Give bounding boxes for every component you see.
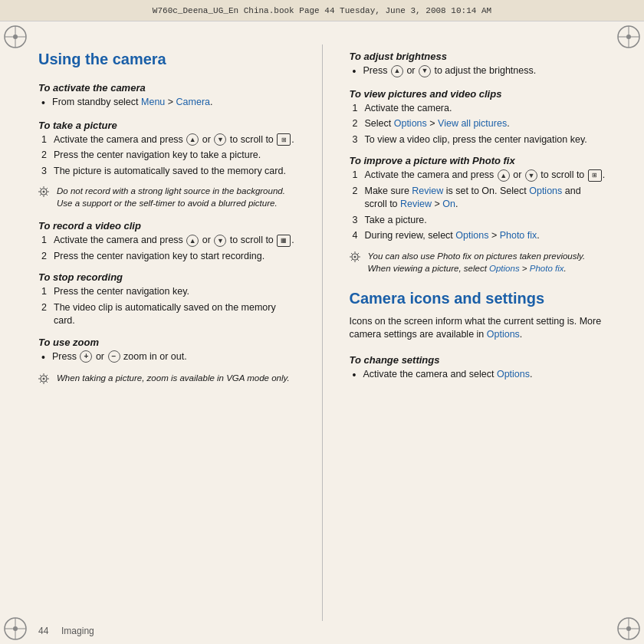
step-pf-1: 1 Activate the camera and press ▲ or ▼ t… (350, 169, 606, 182)
note-box-2: When taking a picture, zoom is available… (38, 372, 295, 386)
text-take-3: The picture is automatically saved to th… (54, 165, 286, 179)
num-pf3: 3 (353, 214, 365, 228)
svg-line-23 (46, 194, 48, 196)
text-record-2: Press the center navigation key to start… (54, 250, 264, 264)
subheading-view: To view pictures and video clips (350, 88, 606, 100)
svg-line-25 (40, 194, 41, 196)
text-view-2: Select Options > View all pictures. (365, 117, 510, 131)
text-stop-1: Press the center navigation key. (54, 285, 189, 299)
content-area: Using the camera To activate the camera … (0, 21, 644, 644)
num-s1: 1 (41, 285, 54, 299)
page-number: 44 (38, 626, 48, 636)
main-heading: Using the camera (38, 51, 295, 68)
num-v3: 3 (353, 133, 365, 147)
svg-point-37 (353, 255, 356, 258)
svg-line-22 (40, 188, 41, 189)
num-s2: 2 (41, 301, 54, 315)
text-take-2: Press the center navigation key to take … (54, 149, 261, 163)
step-pf-3: 3 Take a picture. (350, 214, 606, 228)
num-v2: 2 (353, 117, 365, 131)
num-1: 1 (41, 133, 54, 147)
step-take-1: 1 Activate the camera and press ▲ or ▼ t… (38, 133, 295, 147)
subheading-activate: To activate the camera (38, 82, 295, 94)
pf-up-icon: ▲ (498, 169, 510, 182)
step-record-2: 2 Press the center navigation key to sta… (38, 250, 295, 264)
bullet-dot-zoom: • (41, 350, 52, 366)
num-r2: 2 (41, 250, 54, 264)
scroll-up-icon-2: ▲ (186, 235, 199, 247)
step-pf-4: 4 During review, select Options > Photo … (350, 229, 606, 243)
note-sun-icon-3 (350, 251, 363, 264)
text-view-1: Activate the camera. (365, 102, 452, 116)
subheading-take-picture: To take a picture (38, 120, 295, 131)
column-divider (322, 44, 323, 621)
text-pf-2: Make sure Review is set to On. Select Op… (365, 185, 606, 212)
subheading-photofix: To improve a picture with Photo fix (350, 155, 606, 166)
note-text-3: You can also use Photo fix on pictures t… (368, 250, 606, 274)
svg-point-27 (43, 378, 45, 380)
note-sun-icon-2 (38, 373, 52, 386)
svg-line-35 (40, 382, 41, 383)
video-icon-small: ▦ (277, 235, 291, 247)
scroll-up-icon: ▲ (186, 133, 199, 146)
header-bar: W760c_Deena_UG_En China.book Page 44 Tue… (0, 0, 644, 21)
bullet-text-brightness: Press ▲ or ▼ to adjust the brightness. (363, 64, 537, 78)
camera-icons-body: Icons on the screen inform what the curr… (350, 315, 606, 342)
bullet-text-settings: Activate the camera and select Options. (363, 368, 533, 382)
note-text-2: When taking a picture, zoom is available… (57, 372, 290, 384)
subheading-zoom: To use zoom (38, 337, 295, 348)
scroll-down-icon: ▼ (214, 133, 226, 146)
svg-line-33 (46, 382, 48, 383)
bullet-activate: • From standby select Menu > Camera. (38, 96, 295, 111)
zoom-in-icon: + (80, 350, 92, 363)
header-text: W760c_Deena_UG_En China.book Page 44 Tue… (153, 6, 491, 15)
text-pf-1: Activate the camera and press ▲ or ▼ to … (365, 169, 606, 182)
text-take-1: Activate the camera and press ▲ or ▼ to … (54, 133, 294, 147)
right-column: To adjust brightness • Press ▲ or ▼ to a… (350, 44, 606, 621)
brightness-up-icon: ▲ (391, 65, 403, 77)
step-view-3: 3 To view a video clip, press the center… (350, 133, 606, 147)
note-text-1: Do not record with a strong light source… (57, 185, 295, 209)
text-pf-3: Take a picture. (365, 214, 427, 228)
subheading-record: To record a video clip (38, 220, 295, 232)
num-r1: 1 (41, 234, 54, 248)
bullet-brightness: • Press ▲ or ▼ to adjust the brightness. (350, 64, 606, 80)
bullet-dot: • (41, 96, 52, 111)
num-3: 3 (41, 165, 54, 179)
step-view-1: 1 Activate the camera. (350, 102, 606, 116)
svg-line-34 (46, 375, 48, 376)
page-footer: 44 Imaging (38, 626, 94, 636)
svg-line-24 (46, 188, 48, 189)
subheading-stop: To stop recording (38, 271, 295, 283)
note-sun-icon-1 (38, 186, 52, 199)
step-pf-2: 2 Make sure Review is set to On. Select … (350, 185, 606, 212)
bullet-text-activate: From standby select Menu > Camera. (52, 96, 213, 110)
step-record-1: 1 Activate the camera and press ▲ or ▼ t… (38, 234, 295, 248)
svg-line-43 (357, 259, 359, 261)
num-pf4: 4 (353, 229, 365, 243)
note-box-1: Do not record with a strong light source… (38, 185, 295, 209)
subheading-brightness: To adjust brightness (350, 51, 606, 62)
note-box-3: You can also use Photo fix on pictures t… (350, 250, 606, 274)
bullet-dot-settings: • (353, 368, 363, 383)
num-pf1: 1 (353, 169, 365, 182)
step-take-3: 3 The picture is automatically saved to … (38, 165, 295, 179)
text-view-3: To view a video clip, press the center n… (365, 133, 587, 147)
camera-icons-heading: Camera icons and settings (350, 290, 606, 307)
text-pf-4: During review, select Options > Photo fi… (365, 229, 540, 243)
left-column: Using the camera To activate the camera … (38, 44, 295, 621)
camera-icon-pf: ⊞ (588, 169, 602, 182)
bullet-dot-brightness: • (353, 64, 363, 80)
svg-point-17 (43, 191, 45, 193)
svg-line-45 (351, 259, 353, 261)
num-2: 2 (41, 149, 54, 163)
bullet-change-settings: • Activate the camera and select Options… (350, 368, 606, 383)
footer-section: Imaging (61, 626, 94, 636)
page-container: W760c_Deena_UG_En China.book Page 44 Tue… (0, 0, 644, 644)
num-pf2: 2 (353, 185, 365, 199)
subheading-change-settings: To change settings (350, 354, 606, 366)
pf-down-icon: ▼ (525, 169, 537, 182)
step-stop-1: 1 Press the center navigation key. (38, 285, 295, 299)
text-stop-2: The video clip is automatically saved on… (54, 301, 295, 328)
svg-line-32 (40, 375, 41, 376)
